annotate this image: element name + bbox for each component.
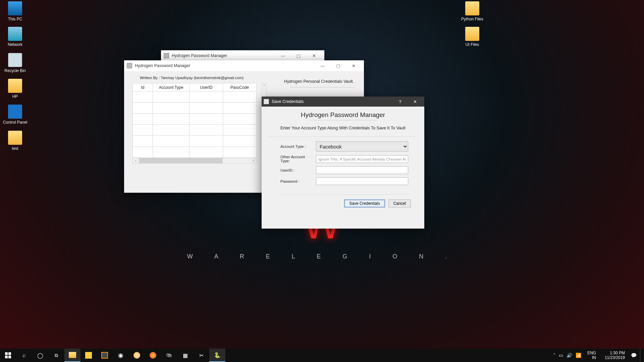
battery-icon[interactable]: ▭: [559, 353, 563, 358]
taskbar-app-python[interactable]: 🐍: [209, 349, 225, 362]
table-cell[interactable]: [190, 114, 223, 125]
table-cell[interactable]: [133, 114, 153, 125]
background-window-titlebar[interactable]: Hydrogen Password Manager — ▢ ✕: [161, 50, 324, 61]
close-button[interactable]: ✕: [346, 60, 361, 71]
close-button[interactable]: ✕: [408, 97, 422, 107]
minimize-button[interactable]: —: [275, 50, 291, 61]
maximize-button[interactable]: ▢: [330, 60, 346, 71]
table-cell[interactable]: [153, 136, 190, 147]
desktop-icon-label: Control Panel: [2, 120, 29, 125]
cancel-button[interactable]: Cancel: [388, 199, 411, 207]
desktop-icon-hp[interactable]: HP: [2, 79, 29, 99]
control-panel-icon: [8, 105, 22, 119]
desktop-icon-test[interactable]: test: [2, 131, 29, 151]
horizontal-scrollbar[interactable]: ‹ ›: [132, 158, 257, 164]
desktop-icon-this-pc[interactable]: This PC: [2, 1, 29, 21]
start-button[interactable]: [0, 349, 16, 362]
cortana-button[interactable]: ◯: [32, 349, 48, 362]
close-button[interactable]: ✕: [306, 50, 322, 61]
desktop-icon-recycle-bin[interactable]: Recycle Bin: [2, 53, 29, 73]
search-button[interactable]: ⌕: [16, 349, 32, 362]
taskbar-app-sticky-notes[interactable]: [80, 349, 97, 362]
region-code: IN: [587, 355, 596, 360]
table-row[interactable]: [133, 136, 257, 147]
table-cell[interactable]: [133, 125, 153, 136]
table-cell[interactable]: [223, 114, 257, 125]
table-cell[interactable]: [153, 147, 190, 158]
taskbar-app-xbox[interactable]: ▦: [177, 349, 193, 362]
userid-input[interactable]: [316, 166, 408, 174]
task-view-icon: ⧉: [55, 353, 58, 358]
scroll-right-icon[interactable]: ›: [250, 158, 256, 163]
save-credentials-dialog: Save Credentials ? ✕ Hydrogen Password M…: [262, 97, 424, 229]
taskbar-app-file-explorer[interactable]: [64, 349, 80, 362]
taskbar-app-sublime[interactable]: [97, 349, 113, 362]
desktop-icon-label: UI Files: [459, 42, 486, 47]
table-cell[interactable]: [223, 125, 257, 136]
volume-icon[interactable]: 🔊: [567, 353, 572, 358]
scroll-up-icon[interactable]: ˄: [262, 83, 266, 89]
table-cell[interactable]: [133, 147, 153, 158]
save-credentials-button[interactable]: Save Credentials: [344, 199, 385, 207]
help-button[interactable]: ?: [393, 97, 408, 107]
table-cell[interactable]: [190, 92, 223, 103]
snip-icon: ✂: [199, 352, 204, 359]
table-cell[interactable]: [133, 136, 153, 147]
column-header-id[interactable]: Id: [133, 83, 153, 92]
show-desktop-button[interactable]: [640, 349, 642, 362]
table-row[interactable]: [133, 92, 257, 103]
table-cell[interactable]: [133, 103, 153, 114]
app-icon: [164, 53, 169, 58]
desktop-icon-ui-files[interactable]: UI Files: [459, 27, 486, 47]
table-cell[interactable]: [190, 147, 223, 158]
column-header-passcode[interactable]: PassCode: [223, 83, 257, 92]
column-header-userid[interactable]: UserID: [190, 83, 223, 92]
weather-icon: [133, 352, 140, 359]
desktop-icon-python-files[interactable]: Python Files: [459, 1, 486, 21]
media-icon: ◉: [118, 352, 123, 359]
notifications-icon[interactable]: 💬: [631, 353, 637, 358]
desktop-icon-control-panel[interactable]: Control Panel: [2, 105, 29, 125]
taskbar-app-weather[interactable]: [129, 349, 145, 362]
table-cell[interactable]: [223, 92, 257, 103]
taskbar-app-media[interactable]: ◉: [113, 349, 129, 362]
table-row[interactable]: [133, 103, 257, 114]
table-cell[interactable]: [133, 92, 153, 103]
table-cell[interactable]: [153, 125, 190, 136]
other-account-type-input[interactable]: [316, 155, 408, 163]
table-row[interactable]: [133, 125, 257, 136]
wifi-icon[interactable]: 📶: [576, 353, 581, 358]
password-input[interactable]: [316, 177, 408, 185]
dialog-titlebar[interactable]: Save Credentials ? ✕: [262, 97, 424, 107]
store-icon: 🛍: [166, 352, 172, 358]
table-cell[interactable]: [223, 136, 257, 147]
table-cell[interactable]: [190, 125, 223, 136]
tray-chevron-icon[interactable]: ˄: [553, 353, 555, 358]
taskbar-app-firefox[interactable]: [145, 349, 161, 362]
desktop-icon-network[interactable]: Network: [2, 27, 29, 47]
table-row[interactable]: [133, 147, 257, 158]
password-label: Password :: [280, 179, 314, 183]
main-window-titlebar[interactable]: Hydrogen Password Manager — ▢ ✕: [124, 60, 364, 71]
table-cell[interactable]: [190, 103, 223, 114]
table-cell[interactable]: [190, 136, 223, 147]
svg-rect-1: [8, 352, 11, 355]
table-cell[interactable]: [153, 92, 190, 103]
minimize-button[interactable]: —: [315, 60, 330, 71]
table-cell[interactable]: [153, 114, 190, 125]
scroll-thumb[interactable]: [139, 158, 223, 163]
table-cell[interactable]: [153, 103, 190, 114]
scroll-left-icon[interactable]: ‹: [133, 158, 139, 163]
maximize-button[interactable]: ▢: [291, 50, 306, 61]
taskbar-app-snip[interactable]: ✂: [193, 349, 209, 362]
time-label: 1:30 PM: [605, 351, 625, 355]
column-header-account-type[interactable]: Account Type: [153, 83, 190, 92]
clock[interactable]: 1:30 PM 11/23/2019: [602, 351, 628, 360]
account-type-select[interactable]: Facebook: [316, 141, 408, 152]
table-cell[interactable]: [223, 103, 257, 114]
language-indicator[interactable]: ENG IN: [585, 351, 599, 360]
taskbar-app-store[interactable]: 🛍: [161, 349, 177, 362]
table-cell[interactable]: [223, 147, 257, 158]
task-view-button[interactable]: ⧉: [48, 349, 64, 362]
table-row[interactable]: [133, 114, 257, 125]
